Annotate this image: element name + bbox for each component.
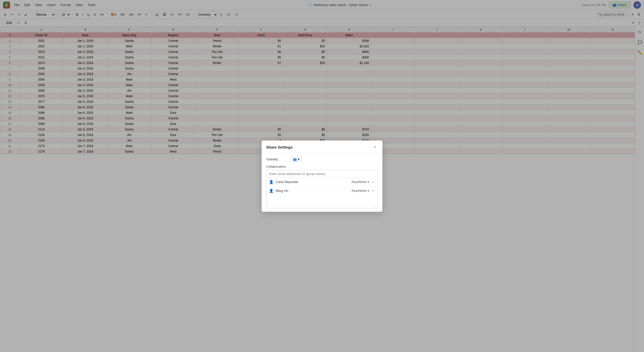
visibility-icon: 👥 <box>293 158 297 161</box>
share-settings-modal: Share Settings × Visibility: 👥 ▾ Collabo… <box>262 140 382 212</box>
collaborators-section: Collaborators: 👤 Carla Reynolds Read/Wri… <box>266 165 378 208</box>
collaborator-item: 👤 Carla Reynolds Read/Write ▾ × <box>266 178 378 187</box>
modal-title: Share Settings <box>266 145 293 149</box>
modal-body: Visibility: 👥 ▾ Collaborators: 👤 Carla R… <box>262 153 382 212</box>
visibility-label: Visibility: <box>266 157 289 161</box>
collaborator-name: Carla Reynolds <box>276 180 350 184</box>
visibility-dropdown[interactable]: 👥 ▾ <box>291 157 302 162</box>
modal-header: Share Settings × <box>262 140 382 153</box>
collaborator-icon: 👤 <box>269 189 274 193</box>
resize-handle[interactable]: ⌟ <box>266 203 378 208</box>
visibility-chevron: ▾ <box>298 158 299 161</box>
visibility-row: Visibility: 👥 ▾ <box>266 157 378 162</box>
modal-close-button[interactable]: × <box>372 144 378 150</box>
collaborators-input-area: 👤 Carla Reynolds Read/Write ▾ × 👤 Ming Y… <box>266 170 378 208</box>
collaborator-remove-button[interactable]: × <box>371 180 375 185</box>
email-input[interactable] <box>266 170 378 178</box>
collaborator-name: Ming Yin <box>276 189 350 193</box>
collaborator-role-dropdown[interactable]: Read/Write ▾ <box>352 180 369 184</box>
modal-overlay[interactable]: Share Settings × Visibility: 👥 ▾ Collabo… <box>0 0 644 352</box>
collaborator-icon: 👤 <box>269 180 274 184</box>
collaborator-remove-button[interactable]: × <box>371 188 375 193</box>
collaborator-role-dropdown[interactable]: Read/Write ▾ <box>352 189 369 193</box>
collaborator-list: 👤 Carla Reynolds Read/Write ▾ × 👤 Ming Y… <box>266 178 378 203</box>
collaborators-label: Collaborators: <box>266 165 378 168</box>
collaborator-item: 👤 Ming Yin Read/Write ▾ × <box>266 187 378 195</box>
